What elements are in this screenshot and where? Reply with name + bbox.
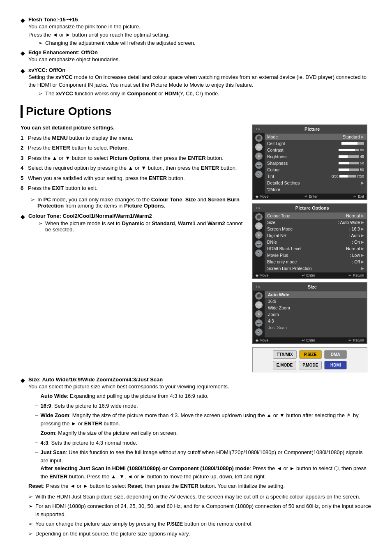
- diamond-icon: ◆: [21, 377, 25, 383]
- remote-row-2: E.MODE P.MODE HDMI: [257, 361, 363, 369]
- arrow-icon: ➢: [38, 220, 43, 226]
- remote-btn-emode[interactable]: E.MODE: [273, 361, 296, 369]
- tv-sidebar-1: ⬛ ◎ ⚙ 📷 🔊: [253, 133, 265, 194]
- tv-row-tint: Tint G50 R50: [265, 173, 367, 180]
- remote-btn-psize[interactable]: P.SIZE: [299, 350, 322, 359]
- size-just-scan-desc: − Just Scan: Use this function to see th…: [35, 448, 371, 480]
- tv-icon-4: 📷: [255, 162, 263, 169]
- colour-tone-title: Colour Tone: Cool2/Cool1/Normal/Warm1/Wa…: [28, 213, 244, 219]
- size-wide-zoom: Wide Zoom: [265, 305, 367, 311]
- picture-options-menu: TV Picture Options ⬛ ◎ ⚙ 📷 🔊: [252, 203, 367, 279]
- tv-opt-digital-nr: Digital NR : Auto ▶: [265, 232, 367, 239]
- step-6: 6Press the EXIT button to exit.: [21, 184, 244, 192]
- section-title: Picture Options: [26, 105, 111, 118]
- size-arrows: ➢ With the HDMI Just Scan picture size, …: [28, 493, 371, 540]
- bullet-size: ◆ Size: Auto Wide/16:9/Wide Zoom/Zoom/4:…: [21, 376, 371, 540]
- tv-row-contrast: Contrast 80: [265, 147, 367, 153]
- diamond-icon: ◆: [21, 50, 25, 56]
- tv-row-detailed: Detailed Settings ▶: [265, 180, 367, 186]
- arrow-icon: ➢: [30, 196, 35, 203]
- flesh-tone-note: Changing the adjustment value will refre…: [45, 40, 196, 46]
- tv-icon-t5: 🔊: [255, 328, 263, 336]
- picture-menu-footer: ◆ Move ↵ Enter ↩ Exit: [253, 194, 367, 199]
- tv-opt-colour-tone: Colour Tone : Normal ▶: [265, 212, 367, 219]
- tv-icon-s4: 📷: [255, 240, 263, 248]
- diamond-icon: ◆: [21, 67, 25, 74]
- remote-btn-ttx[interactable]: TTX/MIX: [273, 350, 296, 359]
- tv-row-mode: Mode Standard ▶: [265, 134, 367, 140]
- section-header: Picture Options: [21, 105, 371, 118]
- arrow-icon: ➢: [38, 40, 43, 46]
- tv-opt-dnie: DNIe : On ▶: [265, 239, 367, 245]
- tv-label-3: TV: [256, 285, 261, 289]
- tv-label-2: TV: [256, 206, 261, 210]
- tv-icon-t2: ◎: [255, 301, 263, 309]
- tv-row-more: ▽More: [265, 186, 367, 193]
- flesh-tone-title: Flesh Tone:-15~+15: [28, 16, 78, 23]
- remote-btn-hdmi[interactable]: HDMI: [324, 361, 347, 369]
- remote-btn-dma[interactable]: DMA: [324, 350, 347, 359]
- size-title: Size: Auto Wide/16:9/Wide Zoom/Zoom/4:3/…: [28, 376, 371, 383]
- picture-options-title: Picture Options: [261, 205, 364, 210]
- right-column: TV Picture ⬛ ◎ ⚙ 📷 🔊 Mod: [252, 125, 371, 372]
- step-1: 1Press the MENU button to display the me…: [21, 134, 244, 142]
- tv-icon-2: ◎: [255, 143, 263, 151]
- bullet-edge-enhancement: ◆ Edge Enhancement: Off/On You can empha…: [21, 49, 371, 64]
- tv-row-cell-light: Cell Light: [265, 140, 367, 147]
- flesh-tone-text2: Press the ◄ or ► button until you reach …: [28, 31, 196, 39]
- tv-opt-movie-plus: Movie Plus : Low ▶: [265, 252, 367, 258]
- main-content: You can set detailed picture settings. 1…: [21, 125, 371, 372]
- edge-text: You can emphasize object boundaries.: [28, 55, 120, 64]
- tv-opt-size: Size : Auto Wide ▶: [265, 219, 367, 226]
- tv-icon-s2: ◎: [255, 222, 263, 230]
- tv-icon-t4: 📷: [255, 319, 263, 327]
- size-menu-content: Auto Wide 16:9 Wide Zoom Zoom 4:3 Just S…: [265, 291, 367, 337]
- edge-title: Edge Enhancement: Off/On: [28, 49, 98, 55]
- size-menu: TV Size ⬛ ◎ ⚙ 📷 🔊 Auto Wide: [252, 282, 367, 344]
- bullet-colour-tone: ◆ Colour Tone: Cool2/Cool1/Normal/Warm1/…: [21, 213, 244, 233]
- bullet-flesh-tone: ◆ Flesh Tone:-15~+15 You can emphasize t…: [21, 16, 371, 46]
- tv-sidebar-2: ⬛ ◎ ⚙ 📷 🔊: [253, 212, 265, 272]
- size-4-3: 4:3: [265, 318, 367, 324]
- tv-label-1: TV: [256, 127, 261, 131]
- tv-row-sharpness: Sharpness 50: [265, 160, 367, 166]
- size-16-9-desc: − 16:9: Sets the picture to 16:9 wide mo…: [35, 402, 371, 410]
- remote-buttons: TTX/MIX P.SIZE DMA E.MODE P.MODE HDMI: [252, 347, 367, 372]
- xvycc-text: Setting the xvYCC mode to On increases d…: [28, 73, 371, 89]
- full-bullets: ◆ Size: Auto Wide/16:9/Wide Zoom/Zoom/4:…: [21, 376, 371, 540]
- step-4: 4Select the required option by pressing …: [21, 164, 244, 172]
- tv-row-brightness: Brightness 45: [265, 153, 367, 160]
- size-reset-note: Reset: Press the ◄ or ► button to select…: [28, 482, 371, 490]
- step-5: 5When you are satisfied with your settin…: [21, 174, 244, 182]
- picture-options-footer: ◆ Move ↵ Enter ↩ Return: [253, 272, 367, 278]
- tv-icon-3: ⚙: [255, 152, 263, 160]
- step-list: 1Press the MENU button to display the me…: [21, 134, 244, 192]
- arrow-icon: ➢: [38, 90, 43, 97]
- tv-menu-container: TV Picture ⬛ ◎ ⚙ 📷 🔊 Mod: [252, 125, 371, 372]
- tv-sidebar-3: ⬛ ◎ ⚙ 📷 🔊: [253, 291, 265, 337]
- picture-menu-title: Picture: [261, 127, 364, 132]
- bullet-xvycc: ◆ xvYCC: Off/On Setting the xvYCC mode t…: [21, 67, 371, 97]
- size-menu-footer: ◆ Move ↵ Enter ↩ Return: [253, 337, 367, 343]
- size-zoom-desc: − Zoom: Magnify the size of the picture …: [35, 429, 371, 437]
- picture-options-content: Colour Tone : Normal ▶ Size : Auto Wide …: [265, 212, 367, 272]
- picture-menu-content: Mode Standard ▶ Cell Light: [265, 133, 367, 194]
- tv-icon-s3: ⚙: [255, 231, 263, 239]
- tv-opt-screen-burn: Screen Burn Protection ▶: [265, 265, 367, 272]
- page: ◆ Flesh Tone:-15~+15 You can emphasize t…: [0, 0, 392, 540]
- tv-icon-s5: 🔊: [255, 249, 263, 257]
- tv-icon-t3: ⚙: [255, 310, 263, 318]
- remote-btn-pmode[interactable]: P.MODE: [299, 361, 322, 369]
- size-menu-title: Size: [261, 284, 364, 289]
- xvycc-note: The xvYCC function works only in Compone…: [45, 90, 219, 97]
- size-just-scan: Just Scan: [265, 324, 367, 331]
- size-16-9: 16:9: [265, 298, 367, 305]
- flesh-tone-text1: You can emphasize the pink tone in the p…: [28, 23, 196, 31]
- size-zoom: Zoom: [265, 311, 367, 318]
- size-sub-bullets: − Auto Wide: Expanding and pulling up th…: [35, 392, 371, 480]
- picture-menu: TV Picture ⬛ ◎ ⚙ 📷 🔊 Mod: [252, 125, 367, 200]
- diamond-icon: ◆: [21, 17, 25, 23]
- remote-row-1: TTX/MIX P.SIZE DMA: [257, 350, 363, 359]
- tv-icon-t1: ⬛: [255, 292, 263, 300]
- tv-icon-5: 🔊: [255, 171, 263, 178]
